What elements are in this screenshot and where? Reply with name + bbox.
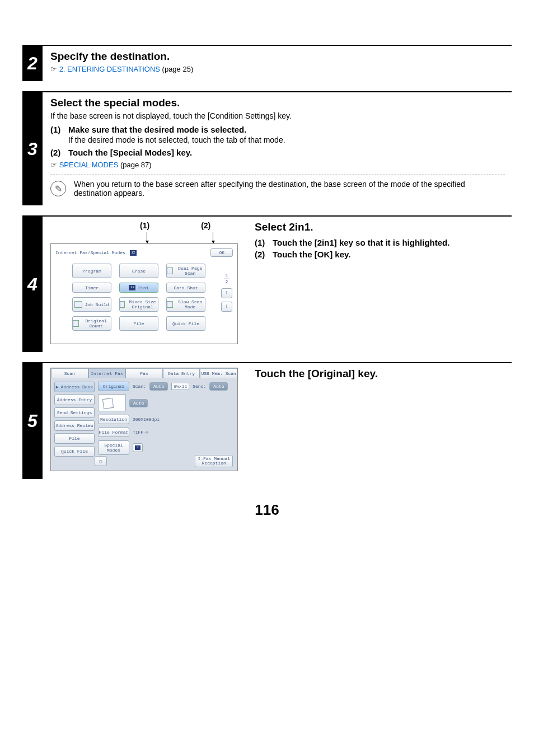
step-4: 4 (1) (2) Internet Fax/Special Modes 12 [22,215,512,352]
job-build-button[interactable]: Job Build [72,297,111,312]
special-modes-indicator-icon: 1 [133,443,143,452]
tab-scan[interactable]: Scan [51,368,88,378]
dual-page-icon [167,267,173,274]
sub-num: (2) [50,148,68,157]
preview-button[interactable]: ▢ [95,456,107,466]
preview-icon: ▢ [100,459,102,464]
page-nav: 1 2 ↑ ↓ [221,273,233,312]
base-screen: Scan Internet Fax Fax Data Entry USB Mem… [50,368,238,471]
mode-12-icon: 12 [130,250,137,256]
tab-data-entry[interactable]: Data Entry [163,368,200,378]
pointer-icon: ☞ [50,65,57,73]
timer-button[interactable]: Timer [72,283,111,293]
page-number: 116 [22,501,512,519]
callout-1-label: (1) [140,221,149,230]
sub-title: Touch the [Special Modes] key. [68,148,192,157]
preview-auto-pill: Auto [129,399,148,407]
step-3-body: Select the special modes. If the base sc… [43,92,512,205]
tab-usb-mem-scan[interactable]: USB Mem. Scan [200,368,237,378]
sub-title: Touch the [OK] key. [273,250,350,259]
step-number: 3 [22,92,43,205]
file-format-value: TIFF-F [133,430,149,435]
note-text: When you return to the base screen after… [74,180,505,198]
address-review-button[interactable]: Address Review [54,420,95,431]
note-icon: ✎ [50,181,66,196]
step-5-instructions: Touch the [Original] key. [255,368,505,384]
pointer-suffix: (page 25) [160,65,193,73]
mixed-size-original-button[interactable]: Mixed Size Original [119,297,158,312]
quick-file-button[interactable]: Quick File [54,446,95,457]
step-number: 2 [22,46,43,81]
send-label: Send: [193,384,206,389]
special-modes-button[interactable]: Special Modes [98,440,129,455]
card-shot-button[interactable]: Card Shot [166,283,205,293]
original-count-icon [73,320,79,327]
page-up-button[interactable]: ↑ [221,288,232,298]
pointer-suffix: (page 87) [118,161,151,169]
page-total: 2 [224,280,229,285]
step-5-right-title: Touch the [Original] key. [255,368,505,380]
callout-2-label: (2) [201,221,210,230]
step-2-title: Specify the destination. [50,50,505,63]
file-button[interactable]: File [119,316,158,331]
step-4-body: (1) (2) Internet Fax/Special Modes 12 OK [43,217,512,352]
step-3-title: Select the special modes. [50,97,505,109]
original-count-button[interactable]: Original Count [72,316,111,331]
ok-button[interactable]: OK [210,248,233,257]
step-5-screenshot: Scan Internet Fax Fax Data Entry USB Mem… [50,368,238,471]
mode-12-icon: 1 [135,445,140,450]
step-4-instructions: Select 2in1. (1) Touch the [2in1] key so… [255,221,505,261]
step-5-body: Scan Internet Fax Fax Data Entry USB Mem… [43,363,512,479]
step-number: 5 [22,363,43,479]
job-build-icon [74,301,82,308]
screen-title: Internet Fax/Special Modes [55,250,125,255]
file-format-button[interactable]: File Format [98,428,129,437]
callout-lines [50,232,238,243]
tab-internet-fax[interactable]: Internet Fax [88,368,126,378]
slow-scan-mode-button[interactable]: Slow Scan Mode [166,297,205,312]
ifax-manual-reception-button[interactable]: I-Fax Manual Reception [195,455,233,467]
step-2-pointer: ☞ 2. ENTERING DESTINATIONS (page 25) [50,65,505,73]
file-button[interactable]: File [54,433,95,444]
page-down-button[interactable]: ↓ [221,302,232,312]
step-3: 3 Select the special modes. If the base … [22,91,512,205]
sub-num: (2) [255,250,273,259]
two-in-one-button[interactable]: 122in1 [119,283,158,293]
step-5: 5 Scan Internet Fax Fax Data Entry USB M… [22,362,512,479]
step-2: 2 Specify the destination. ☞ 2. ENTERING… [22,45,512,81]
tab-bar: Scan Internet Fax Fax Data Entry USB Mem… [51,368,237,378]
original-button[interactable]: Original [98,382,129,391]
slow-scan-icon [167,301,173,308]
sub-num: (1) [50,125,68,134]
resolution-value: 200X100dpi [133,417,160,422]
tab-fax[interactable]: Fax [125,368,163,378]
send-auto-pill: Auto [209,382,228,391]
program-button[interactable]: Program [72,264,111,278]
step-3-pointer: ☞ SPECIAL MODES (page 87) [50,161,505,169]
step-3-intro: If the base screen is not displayed, tou… [50,111,505,120]
address-book-button[interactable]: ▶Address Book [54,382,95,392]
scan-size: 8½x11 [171,383,189,390]
sub-title: Make sure that the desired mode is selec… [68,125,246,134]
scan-auto-pill: Auto [149,382,168,391]
mode-12-icon: 12 [129,285,135,290]
scan-label: Scan: [133,384,146,389]
sub-title: Touch the [2in1] key so that it is highl… [273,238,449,247]
dual-page-scan-button[interactable]: Dual Page Scan [166,264,205,278]
step-4-screenshot: (1) (2) Internet Fax/Special Modes 12 OK [50,221,238,344]
mixed-size-icon [120,301,125,308]
resolution-button[interactable]: Resolution [98,415,129,424]
send-settings-button[interactable]: Send Settings [54,407,95,418]
left-menu: ▶Address Book Address Entry Send Setting… [54,382,95,457]
quick-file-button[interactable]: Quick File [166,316,205,331]
preview-thumbnail [98,395,126,411]
step-3-sub2: (2) Touch the [Special Modes] key. [50,148,505,157]
address-entry-button[interactable]: Address Entry [54,395,95,405]
pointer-link[interactable]: SPECIAL MODES [59,161,119,169]
pointer-link[interactable]: 2. ENTERING DESTINATIONS [59,65,160,73]
right-panel: Original Scan: Auto 8½x11 Send: Auto Aut… [98,382,234,457]
step-number: 4 [22,217,43,352]
erase-button[interactable]: Erase [119,264,158,278]
step-2-body: Specify the destination. ☞ 2. ENTERING D… [43,46,512,81]
page-current: 1 [224,273,229,278]
